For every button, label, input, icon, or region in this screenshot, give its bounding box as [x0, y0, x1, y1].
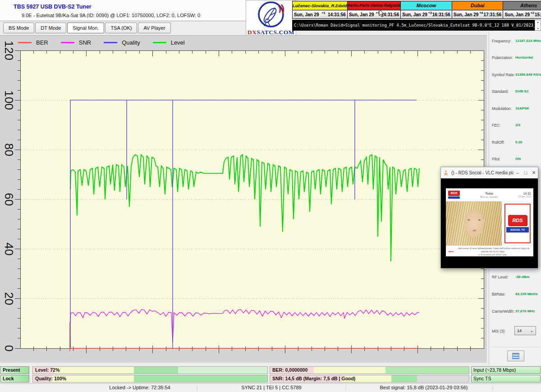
- rds-channel-logo: RDS: [448, 191, 460, 199]
- song-title: Toxic: [460, 191, 518, 196]
- video-date: 29 gen 2023: [518, 195, 531, 198]
- tab-signal-mon[interactable]: Signal Mon.: [67, 23, 104, 33]
- list-icon: [512, 353, 519, 359]
- clock-berlin: Berlin-Paris-Vienna-Belgrade Sun, Jan 29…: [347, 1, 401, 19]
- param-label: Frequency:: [492, 39, 511, 43]
- stream-list-button[interactable]: [507, 351, 524, 361]
- satellite-dish-icon: [255, 0, 287, 28]
- clock-time: 14:31:56: [328, 12, 346, 17]
- clock-utc-offset: +2: [531, 11, 534, 14]
- svg-text:0: 0: [2, 345, 16, 351]
- legend-level: Level: [153, 39, 185, 46]
- panel-separator: [490, 347, 541, 347]
- clock-city-label: Lučenec-Slovakia_R.Dávid: [293, 1, 347, 10]
- clock-city-label: Berlin-Paris-Vienna-Belgrade: [348, 1, 400, 10]
- vlc-window-title: () - RDS Social - VLC media player: [451, 170, 513, 175]
- param-value: Horizontal: [515, 55, 533, 59]
- param-value: 2/3: [515, 123, 520, 127]
- vlc-titlebar[interactable]: () - RDS Social - VLC media player – □ ✕: [441, 167, 538, 178]
- scroll-up-icon[interactable]: ▲: [537, 21, 539, 23]
- gauge-row-1: Present Level: 72% BER: 0,0000000 Input …: [0, 366, 541, 374]
- vlc-cone-icon: [443, 169, 449, 176]
- clock-city-label: Dubai: [452, 1, 503, 10]
- ber-line-swatch: [18, 42, 32, 43]
- rds-social-tv-logo: RDS SOCIAL TV: [504, 204, 531, 243]
- param-label: FEC:: [492, 123, 500, 128]
- clock-city-label: Athens: [503, 1, 541, 10]
- vlc-window: () - RDS Social - VLC media player – □ ✕…: [440, 167, 538, 269]
- param-value: -38 dBm: [515, 275, 530, 279]
- vlc-video-frame[interactable]: RDS Toxic Britney Spears 14:31 29 gen 20…: [446, 188, 533, 256]
- signal-chart: BER SNR Quality Level 020406080100120: [0, 35, 487, 363]
- param-value: DVB-S2: [515, 89, 528, 93]
- scroll-down-icon[interactable]: ▼: [537, 27, 539, 30]
- param-label: CarrierWidth:: [492, 309, 514, 314]
- legend-snr: SNR: [61, 39, 91, 46]
- tab-tsa[interactable]: TSA (OK): [105, 23, 137, 33]
- minimize-button[interactable]: –: [513, 170, 522, 175]
- snr-gauge: SNR: 14,5 dB (Margin: 7,5 dB | Good): [270, 375, 469, 383]
- rds-channel-logo-band: [448, 196, 460, 199]
- snr-line-swatch: [61, 42, 74, 43]
- param-label: Symbol Rate:: [492, 73, 515, 77]
- param-label: RF Level:: [492, 275, 508, 279]
- console-scrollbar[interactable]: ▲ ▼: [535, 20, 541, 31]
- chart-plot-area: 020406080100120: [0, 36, 487, 363]
- caption-line2: e di sentirsi più felice così: [455, 253, 530, 256]
- header-divider: [0, 21, 246, 21]
- lock-indicator: Lock: [0, 375, 29, 383]
- level-line-swatch: [153, 42, 166, 43]
- best-signal-status: Best signal: 15,8 dB (2023-01-29 03:56): [380, 385, 468, 390]
- level-gauge: Level: 72%: [32, 366, 268, 374]
- param-label: Polarization:: [492, 55, 513, 60]
- app-window: TBS 5927 USB DVB-S2 Tuner 9.0E - Eutelsa…: [0, 0, 541, 392]
- maximize-button[interactable]: □: [522, 170, 530, 175]
- close-button[interactable]: ✕: [530, 170, 538, 176]
- console-prompt[interactable]: C:\Users\Roman Dávid>Signal monitoring_P…: [292, 20, 535, 31]
- music-video-still: [446, 201, 502, 246]
- app-title: TBS 5927 USB DVB-S2 Tuner: [14, 4, 92, 10]
- quality-line-swatch: [104, 42, 117, 43]
- quality-gauge: Quality: 100%: [32, 375, 268, 383]
- clock-athens: Athens Sun, Jan 29+215:31:56: [503, 1, 541, 19]
- caption-line1: .. ammesso di aver abbandonato l'idea de…: [455, 247, 530, 253]
- clock-lucenec: Lučenec-Slovakia_R.Dávid Sun, Jan 29+114…: [292, 1, 348, 19]
- statusbar-separator: [346, 385, 346, 391]
- param-label: Pilot:: [492, 157, 500, 161]
- param-value: 37,676 MHz: [515, 309, 535, 313]
- status-bar: Locked -> Uptime: 72:35:54 SYNC 21 | TEI…: [0, 383, 541, 392]
- param-value: 0.20: [515, 140, 523, 144]
- video-clock: 14:31: [518, 192, 531, 195]
- video-header: RDS Toxic Britney Spears 14:31 29 gen 20…: [446, 188, 533, 201]
- gauge-row-2: Lock Quality: 100% SNR: 14,5 dB (Margin:…: [0, 375, 541, 383]
- param-label: BitRate:: [492, 292, 505, 296]
- tab-dt-mode[interactable]: DT Mode: [35, 23, 66, 33]
- svg-text:60: 60: [2, 193, 16, 206]
- clock-date: Sun, Jan 29: [504, 12, 530, 17]
- ber-gauge: BER: 0,0000000: [270, 366, 469, 374]
- chart-legend: BER SNR Quality Level: [18, 37, 197, 48]
- svg-text:40: 40: [2, 242, 16, 255]
- clock-date: Sun, Jan 29: [349, 12, 374, 17]
- legend-ber: BER: [18, 39, 48, 46]
- param-label: Modulation:: [492, 106, 512, 111]
- clock-time: 16:31:56: [432, 12, 450, 17]
- statusbar-separator: [197, 385, 197, 391]
- svg-text:80: 80: [2, 143, 16, 156]
- clock-moscow: Moscow Sun, Jan 29+316:31:56: [400, 1, 452, 19]
- mis-dropdown[interactable]: 14⌄: [514, 326, 536, 335]
- input-rate-indicator: Input (~23,78 Mbps): [471, 366, 541, 374]
- legend-quality: Quality: [104, 39, 140, 46]
- vevo-badge: vevo: [449, 250, 454, 253]
- mode-tabs: BS Mode DT Mode Signal Mon. TSA (OK) AV …: [3, 23, 171, 33]
- tab-bs-mode[interactable]: BS Mode: [3, 23, 34, 33]
- svg-text:100: 100: [2, 90, 16, 109]
- mouse-cursor: [379, 9, 385, 18]
- world-clocks: Lučenec-Slovakia_R.Dávid Sun, Jan 29+114…: [292, 1, 541, 19]
- video-caption: vevo .. ammesso di aver abbandonato l'id…: [446, 246, 533, 257]
- clock-utc-offset: +4: [479, 11, 483, 14]
- mis-label: MIS (3):: [492, 329, 505, 333]
- clock-city-label: Moscow: [401, 1, 452, 10]
- tab-av-player[interactable]: AV Player: [138, 23, 170, 33]
- chevron-down-icon: ⌄: [530, 328, 533, 333]
